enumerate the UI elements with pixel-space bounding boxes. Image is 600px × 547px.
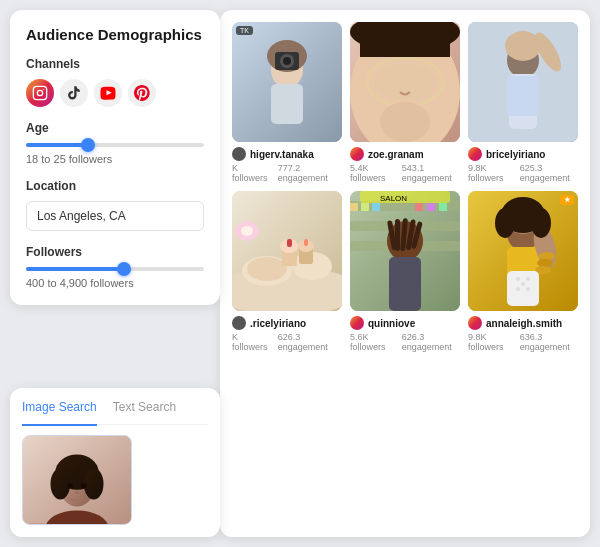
influencer-name-5: quinniove — [368, 318, 415, 329]
influencer-info-3: bricelyiriano 9.8K followers 625.3 engag… — [468, 147, 578, 183]
svg-point-81 — [495, 208, 515, 238]
svg-point-9 — [84, 468, 104, 499]
influencer-name-1: higerv.tanaka — [250, 149, 314, 160]
influencer-image-6: ★ — [468, 191, 578, 311]
influencer-card-3: bricelyiriano 9.8K followers 625.3 engag… — [468, 22, 578, 183]
followers-section: Followers 400 to 4,900 followers — [26, 245, 204, 289]
svg-text:SALON: SALON — [380, 194, 407, 203]
svg-rect-41 — [287, 239, 292, 247]
youtube-channel-button[interactable] — [94, 79, 122, 107]
influencer-stats-5: 5.6K followers 626.3 engagement — [350, 332, 460, 352]
influencer-stats-6: 9.8K followers 636.3 engagement — [468, 332, 578, 352]
influencer-avatar-2 — [350, 147, 364, 161]
svg-point-12 — [75, 491, 80, 494]
followers-range-label: 400 to 4,900 followers — [26, 277, 204, 289]
svg-point-2 — [43, 89, 44, 90]
person-silhouette — [23, 436, 131, 524]
influencer-name-6: annaleigh.smith — [486, 318, 562, 329]
svg-point-78 — [526, 287, 530, 291]
followers-slider-thumb[interactable] — [117, 262, 131, 276]
influencer-image-5: SALON — [350, 191, 460, 311]
engagement-stat-6: 636.3 engagement — [520, 332, 578, 352]
svg-point-37 — [247, 257, 287, 281]
svg-rect-52 — [361, 203, 369, 211]
svg-point-19 — [283, 57, 291, 65]
svg-rect-56 — [439, 203, 447, 211]
stats-badge-6: ★ — [560, 195, 574, 205]
svg-point-79 — [521, 282, 525, 286]
tiktok-channel-button[interactable] — [60, 79, 88, 107]
age-slider-fill — [26, 143, 88, 147]
bottom-panel: Image Search Text Search — [10, 388, 220, 537]
followers-stat-2: 5.4K followers — [350, 163, 394, 183]
image-search-box[interactable] — [22, 435, 132, 525]
influencer-info-1: higerv.tanaka K followers 777.2 engageme… — [232, 147, 342, 183]
tab-text-search[interactable]: Text Search — [113, 400, 176, 416]
influencer-avatar-1 — [232, 147, 246, 161]
influencer-card-4: .ricelyiriano K followers 626.3 engageme… — [232, 191, 342, 352]
svg-rect-51 — [350, 203, 358, 211]
svg-rect-16 — [271, 84, 303, 124]
engagement-stat-2: 543.1 engagement — [402, 163, 460, 183]
panel-title: Audience Demographics — [26, 26, 204, 43]
influencer-name-row-4: .ricelyiriano — [232, 316, 342, 330]
svg-rect-33 — [507, 76, 539, 116]
age-slider-thumb[interactable] — [81, 138, 95, 152]
age-label: Age — [26, 121, 204, 135]
location-label: Location — [26, 179, 204, 193]
followers-stat-6: 9.8K followers — [468, 332, 512, 352]
svg-rect-74 — [507, 271, 539, 306]
followers-stat-4: K followers — [232, 332, 270, 352]
age-section: Age 18 to 25 followers — [26, 121, 204, 165]
age-range-label: 18 to 25 followers — [26, 153, 204, 165]
svg-point-10 — [67, 483, 73, 488]
influencer-image-3 — [468, 22, 578, 142]
pinterest-channel-button[interactable] — [128, 79, 156, 107]
svg-rect-44 — [304, 239, 308, 246]
influencer-name-3: bricelyiriano — [486, 149, 545, 160]
location-section: Location — [26, 179, 204, 231]
tab-image-search[interactable]: Image Search — [22, 400, 97, 426]
search-tabs: Image Search Text Search — [22, 400, 208, 425]
influencer-name-row-5: quinniove — [350, 316, 460, 330]
channel-icons — [26, 79, 204, 107]
influencer-avatar-4 — [232, 316, 246, 330]
influencer-info-6: annaleigh.smith 9.8K followers 636.3 eng… — [468, 316, 578, 352]
tiktok-icon — [66, 85, 82, 101]
svg-rect-61 — [395, 219, 400, 251]
svg-rect-65 — [389, 257, 421, 311]
influencer-name-4: .ricelyiriano — [250, 318, 306, 329]
uploaded-image-preview — [23, 436, 131, 524]
influencer-image-1: TK — [232, 22, 342, 142]
influencer-info-4: .ricelyiriano K followers 626.3 engageme… — [232, 316, 342, 352]
influencer-card-2: zoe.granam 5.4K followers 543.1 engageme… — [350, 22, 460, 183]
followers-label: Followers — [26, 245, 204, 259]
svg-point-11 — [81, 483, 87, 488]
svg-rect-54 — [415, 203, 423, 211]
engagement-stat-4: 626.3 engagement — [278, 332, 342, 352]
location-input[interactable] — [26, 201, 204, 231]
influencer-image-2 — [350, 22, 460, 142]
instagram-channel-button[interactable] — [26, 79, 54, 107]
svg-rect-53 — [372, 203, 380, 211]
pinterest-icon — [134, 85, 150, 101]
influencer-avatar-3 — [468, 147, 482, 161]
influencer-avatar-6 — [468, 316, 482, 330]
age-slider-track[interactable] — [26, 143, 204, 147]
svg-point-26 — [380, 102, 430, 142]
influencer-image-4 — [232, 191, 342, 311]
influencer-name-2: zoe.granam — [368, 149, 424, 160]
followers-stat-3: 9.8K followers — [468, 163, 512, 183]
svg-point-46 — [241, 226, 253, 236]
engagement-stat-5: 626.3 engagement — [402, 332, 460, 352]
influencer-stats-2: 5.4K followers 543.1 engagement — [350, 163, 460, 183]
influencer-name-row-6: annaleigh.smith — [468, 316, 578, 330]
svg-point-8 — [50, 468, 70, 499]
followers-slider-track[interactable] — [26, 267, 204, 271]
influencer-avatar-5 — [350, 316, 364, 330]
svg-point-71 — [539, 252, 555, 260]
influencer-stats-1: K followers 777.2 engagement — [232, 163, 342, 183]
svg-point-76 — [526, 277, 530, 281]
influencer-info-2: zoe.granam 5.4K followers 543.1 engageme… — [350, 147, 460, 183]
youtube-icon — [100, 85, 116, 101]
